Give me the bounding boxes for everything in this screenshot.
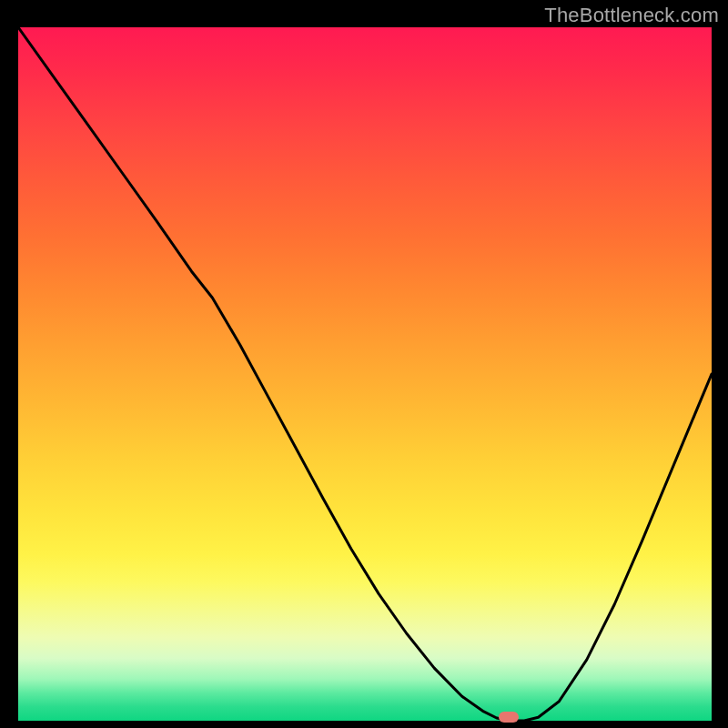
bottleneck-curve bbox=[18, 27, 712, 721]
watermark-text: TheBottleneck.com bbox=[544, 4, 719, 27]
optimal-marker bbox=[499, 712, 519, 723]
chart-frame: TheBottleneck.com bbox=[0, 0, 728, 728]
plot-area bbox=[18, 27, 712, 721]
